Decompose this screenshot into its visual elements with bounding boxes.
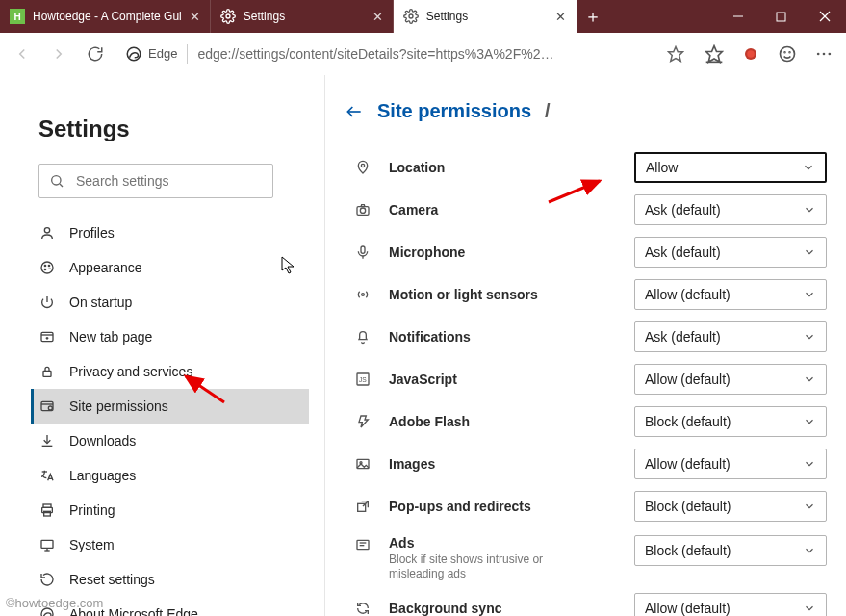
chevron-down-icon <box>803 457 816 471</box>
perm-select-notifications[interactable]: Ask (default) <box>634 321 827 352</box>
perm-select-location[interactable]: Allow <box>634 152 827 183</box>
window-controls <box>716 0 846 33</box>
search-icon <box>49 173 64 189</box>
chevron-down-icon <box>803 415 816 428</box>
sidebar-item-profiles[interactable]: Profiles <box>31 216 309 250</box>
sidebar-item-reset[interactable]: Reset settings <box>31 562 309 597</box>
svg-point-15 <box>817 52 820 55</box>
sidebar-item-newtab[interactable]: New tab page <box>31 320 309 354</box>
svg-point-18 <box>52 176 61 185</box>
back-arrow-icon[interactable] <box>345 102 364 121</box>
perm-select-javascript[interactable]: Allow (default) <box>634 364 827 395</box>
sidebar-item-site-permissions[interactable]: Site permissions <box>31 389 309 424</box>
sitepermissions-icon <box>38 398 56 414</box>
svg-point-45 <box>360 208 365 213</box>
maximize-button[interactable] <box>759 0 803 33</box>
minimize-button[interactable] <box>716 0 759 33</box>
svg-point-12 <box>781 46 795 61</box>
perm-select-camera[interactable]: Ask (default) <box>634 194 827 225</box>
perm-select-ads[interactable]: Block (default) <box>634 535 827 566</box>
svg-point-11 <box>747 50 755 58</box>
perm-select-motion[interactable]: Allow (default) <box>634 279 827 310</box>
svg-point-23 <box>48 265 49 266</box>
svg-point-32 <box>48 406 52 410</box>
smiley-icon[interactable] <box>771 38 804 70</box>
perm-microphone: Microphone Ask (default) <box>345 231 827 273</box>
svg-point-0 <box>226 14 230 18</box>
perm-label: Microphone <box>389 244 621 260</box>
bell-icon <box>345 329 375 345</box>
forward-button[interactable] <box>42 38 75 70</box>
close-icon[interactable]: ✕ <box>555 10 566 24</box>
tab-settings-1[interactable]: Settings ✕ <box>211 0 394 33</box>
svg-point-22 <box>44 265 45 266</box>
language-icon <box>38 468 56 483</box>
more-icon[interactable] <box>808 38 840 70</box>
chevron-down-icon <box>803 602 816 615</box>
search-input[interactable] <box>74 172 263 190</box>
main: Site permissions / Location Allow Camera… <box>325 75 846 616</box>
perm-notifications: Notifications Ask (default) <box>345 316 827 358</box>
svg-point-43 <box>361 164 364 167</box>
sidebar-item-system[interactable]: System <box>31 527 309 562</box>
sidebar-item-label: New tab page <box>69 329 152 345</box>
select-value: Ask (default) <box>645 244 721 260</box>
perm-select-sync[interactable]: Allow (default) <box>634 593 827 616</box>
refresh-button[interactable] <box>79 38 112 70</box>
breadcrumb-link[interactable]: Site permissions <box>377 100 531 122</box>
svg-text:JS: JS <box>359 376 367 383</box>
perm-camera: Camera Ask (default) <box>345 189 827 231</box>
sidebar-item-label: Downloads <box>69 433 136 449</box>
sidebar-item-downloads[interactable]: Downloads <box>31 424 309 458</box>
select-value: Allow (default) <box>645 601 731 616</box>
edge-icon: Edge <box>125 45 177 63</box>
sidebar: Settings Profiles Appearance On startup … <box>0 75 325 616</box>
perm-select-microphone[interactable]: Ask (default) <box>634 237 827 268</box>
favorites-icon[interactable] <box>698 38 731 70</box>
perm-label: Images <box>389 456 621 472</box>
svg-rect-51 <box>357 459 369 468</box>
tab-settings-active[interactable]: Settings ✕ <box>394 0 577 33</box>
chevron-down-icon <box>803 372 816 386</box>
perm-select-flash[interactable]: Block (default) <box>634 406 827 437</box>
svg-point-16 <box>823 52 826 55</box>
url-text: edge://settings/content/siteDetails?site… <box>197 46 657 62</box>
close-icon[interactable]: ✕ <box>372 10 383 24</box>
svg-point-20 <box>44 228 49 233</box>
svg-line-19 <box>60 184 63 187</box>
sidebar-item-printing[interactable]: Printing <box>31 493 309 527</box>
sidebar-item-label: Reset settings <box>69 572 155 587</box>
select-value: Allow (default) <box>645 372 731 387</box>
new-tab-button[interactable]: ＋ <box>577 0 609 33</box>
microphone-icon <box>345 244 375 260</box>
close-window-button[interactable] <box>803 0 846 33</box>
perm-label-text: Ads <box>389 535 414 551</box>
address-bar[interactable]: Edge edge://settings/content/siteDetails… <box>115 38 694 70</box>
favorite-star-icon[interactable] <box>667 45 684 63</box>
back-button[interactable] <box>6 38 38 70</box>
perm-sublabel: Block if site shows intrusive or mislead… <box>389 552 552 581</box>
perm-label: JavaScript <box>389 372 621 387</box>
perm-select-images[interactable]: Allow (default) <box>634 449 827 479</box>
close-icon[interactable]: ✕ <box>190 10 200 24</box>
sidebar-item-languages[interactable]: Languages <box>31 458 309 493</box>
svg-marker-7 <box>669 46 683 61</box>
perm-popups: Pop-ups and redirects Block (default) <box>345 485 827 527</box>
chevron-down-icon <box>803 544 816 557</box>
sidebar-item-privacy[interactable]: Privacy and services <box>31 354 309 389</box>
sidebar-item-appearance[interactable]: Appearance <box>31 250 309 285</box>
appearance-icon <box>38 260 56 275</box>
perm-select-popups[interactable]: Block (default) <box>634 491 827 522</box>
perm-label: Notifications <box>389 329 621 345</box>
javascript-icon: JS <box>345 372 375 387</box>
svg-point-14 <box>789 51 790 52</box>
tab-howtoedge[interactable]: H Howtoedge - A Complete Gui ✕ <box>0 0 211 33</box>
chevron-down-icon <box>803 288 816 301</box>
location-icon <box>345 160 375 175</box>
printer-icon <box>38 502 56 518</box>
gear-icon <box>403 9 419 24</box>
sidebar-item-onstartup[interactable]: On startup <box>31 285 309 320</box>
search-settings[interactable] <box>38 164 273 198</box>
extension-icon[interactable] <box>734 38 767 70</box>
sidebar-item-label: Site permissions <box>69 398 168 414</box>
